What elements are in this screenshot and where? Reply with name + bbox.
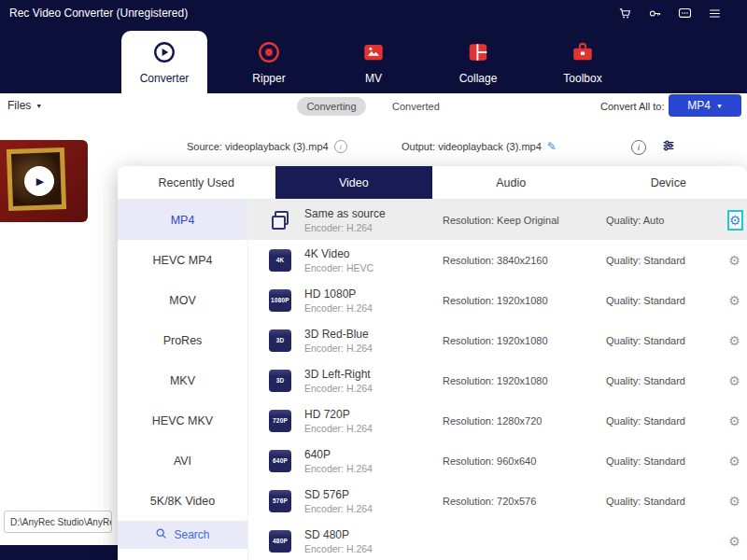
tab-recently-used[interactable]: Recently Used (118, 166, 275, 199)
preset-encoder: Encoder: H.264 (304, 423, 443, 434)
preset-title: 3D Red-Blue (304, 328, 443, 341)
preset-title-block: 640P Encoder: H.264 (304, 448, 443, 474)
preset-quality: Quality: Auto (606, 215, 727, 226)
video-thumbnail[interactable]: ▶ (0, 140, 88, 222)
output-path-box: D:\AnyRec Studio\AnyRe (4, 511, 112, 533)
format-sidebar-item[interactable]: ProRes (118, 320, 247, 360)
play-button[interactable]: ▶ (24, 166, 54, 196)
gear-icon: ⚙ (728, 414, 740, 427)
preset-encoder: Encoder: H.264 (304, 222, 443, 233)
output-format-value: MP4 (687, 99, 711, 112)
mv-photo-icon (361, 40, 386, 68)
preset-title: 4K Video (304, 247, 443, 260)
preset-row[interactable]: 3D 3D Red-Blue Encoder: H.264 Resolution… (248, 320, 747, 360)
preset-quality: Quality: Standard (606, 415, 727, 427)
format-sidebar-item[interactable]: MKV (118, 360, 247, 400)
preset-settings-button[interactable]: ⚙ (727, 491, 741, 511)
preset-title-block: HD 1080P Encoder: H.264 (304, 287, 443, 314)
toolbox-icon (571, 40, 595, 68)
preset-title: Same as source (304, 207, 443, 220)
preset-row[interactable]: 3D 3D Left-Right Encoder: H.264 Resoluti… (248, 360, 747, 400)
preset-settings-button[interactable]: ⚙ (727, 451, 741, 471)
preset-row[interactable]: 576P SD 576P Encoder: H.264 Resolution: … (248, 481, 747, 521)
menu-icon[interactable] (707, 6, 723, 21)
preset-title: HD 1080P (304, 287, 443, 301)
titlebar: Rec Video Converter (Unregistered) (0, 0, 747, 26)
media-info-icon[interactable]: i (631, 140, 646, 155)
feedback-chat-icon[interactable] (677, 6, 693, 21)
source-file-row: Source: videoplayback (3).mp4 i (187, 140, 347, 153)
tab-toolbox[interactable]: Toolbox (540, 31, 626, 93)
preset-resolution: Resolution: 1920x1080 (443, 335, 606, 346)
format-search-button[interactable]: Search (118, 521, 247, 549)
rename-pencil-icon[interactable]: ✎ (547, 140, 557, 153)
files-dropdown[interactable]: Files ▼ (7, 99, 42, 112)
source-info-icon[interactable]: i (334, 140, 347, 153)
converting-toggle[interactable]: Converting (297, 97, 366, 116)
preset-encoder: Encoder: H.264 (304, 463, 443, 474)
preset-title: 3D Left-Right (304, 368, 443, 381)
ripper-disc-icon (257, 40, 281, 68)
preset-row[interactable]: 4K 4K Video Encoder: HEVC Resolution: 38… (248, 240, 747, 280)
format-badge-icon: 3D (269, 329, 291, 352)
converted-toggle[interactable]: Converted (392, 101, 440, 112)
preset-resolution: Resolution: 960x640 (443, 455, 606, 467)
files-label: Files (7, 99, 31, 112)
preset-settings-button[interactable]: ⚙ (727, 371, 741, 391)
preset-resolution: Resolution: 720x576 (443, 496, 606, 507)
preset-title-block: 4K Video Encoder: HEVC (304, 247, 443, 273)
tab-converter[interactable]: Converter (121, 31, 207, 93)
play-icon: ▶ (36, 175, 44, 188)
preset-row[interactable]: 640P 640P Encoder: H.264 Resolution: 960… (248, 441, 747, 481)
format-sidebar-item[interactable]: HEVC MP4 (118, 240, 247, 280)
output-file-row: Output: videoplayback (3).mp4 ✎ (402, 140, 557, 153)
output-format-button[interactable]: MP4 ▼ (669, 94, 741, 117)
preset-title-block: Same as source Encoder: H.264 (304, 207, 443, 233)
search-label: Search (174, 528, 209, 541)
gear-icon: ⚙ (728, 254, 740, 267)
format-badge-icon: 576P (269, 490, 291, 512)
format-badge-icon (269, 209, 291, 231)
tab-collage[interactable]: Collage (435, 31, 521, 93)
preset-title: SD 480P (304, 528, 443, 541)
preset-row[interactable]: Same as source Encoder: H.264 Resolution… (248, 200, 747, 240)
preset-quality: Quality: Standard (606, 255, 727, 266)
gear-icon: ⚙ (728, 374, 740, 387)
preset-settings-button[interactable]: ⚙ (727, 330, 741, 351)
format-sidebar-item[interactable]: AVI (118, 441, 247, 481)
format-sidebar-item[interactable]: MOV (118, 280, 247, 320)
tab-ripper[interactable]: Ripper (226, 31, 312, 93)
store-cart-icon[interactable] (617, 6, 633, 21)
output-path: D:\AnyRec Studio\AnyRe (10, 517, 112, 527)
edit-settings-icon[interactable] (661, 138, 676, 157)
register-key-icon[interactable] (647, 6, 663, 21)
preset-resolution: Resolution: 1920x1080 (443, 295, 606, 306)
tab-video[interactable]: Video (275, 166, 433, 199)
preset-title-block: SD 576P Encoder: H.264 (304, 488, 443, 514)
window-title: Rec Video Converter (Unregistered) (9, 7, 188, 20)
preset-row[interactable]: 720P HD 720P Encoder: H.264 Resolution: … (248, 400, 747, 441)
converter-icon (152, 40, 176, 68)
app-window: Rec Video Converter (Unregistered) Conve… (0, 0, 747, 560)
tab-mv[interactable]: MV (331, 31, 416, 93)
tab-audio[interactable]: Audio (432, 166, 590, 199)
format-sidebar-item[interactable]: MP4 (118, 200, 247, 240)
format-sidebar-item[interactable]: 5K/8K Video (118, 481, 247, 521)
preset-title-block: 3D Left-Right Encoder: H.264 (304, 368, 443, 394)
preset-title-block: HD 720P Encoder: H.264 (304, 408, 443, 434)
preset-settings-button[interactable]: ⚙ (727, 250, 741, 271)
preset-settings-button[interactable]: ⚙ (727, 531, 741, 552)
preset-row[interactable]: 1080P HD 1080P Encoder: H.264 Resolution… (248, 280, 747, 320)
preset-settings-button[interactable]: ⚙ (727, 411, 741, 431)
format-badge-icon: 720P (269, 410, 291, 432)
preset-settings-button[interactable]: ⚙ (727, 290, 741, 311)
preset-encoder: Encoder: H.264 (304, 383, 443, 394)
tab-device[interactable]: Device (590, 166, 747, 199)
preset-quality: Quality: Standard (606, 375, 727, 386)
preset-settings-button[interactable]: ⚙ (727, 210, 743, 231)
preset-encoder: Encoder: H.264 (304, 503, 443, 514)
preset-row[interactable]: 480P SD 480P Encoder: H.264 ⚙ (248, 521, 747, 560)
preset-title: 640P (304, 448, 443, 461)
format-badge-icon: 4K (269, 249, 291, 272)
format-sidebar-item[interactable]: HEVC MKV (118, 400, 247, 441)
